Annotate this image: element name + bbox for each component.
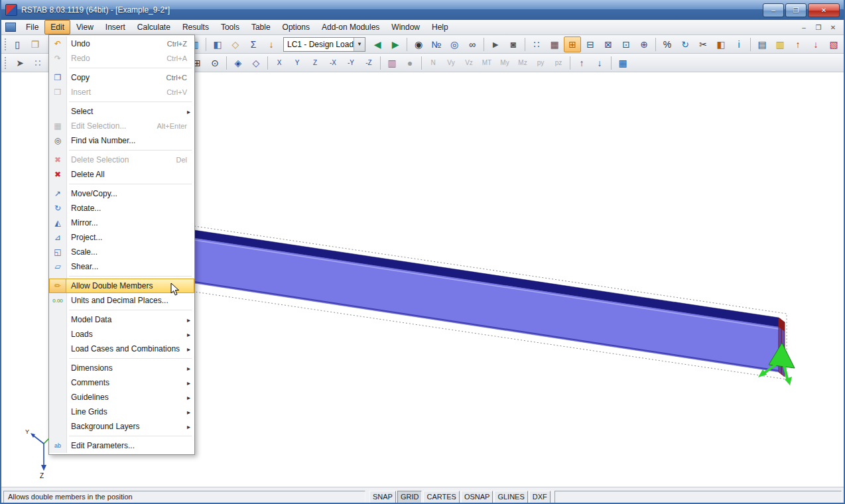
- export-table-icon[interactable]: ↓: [807, 36, 824, 52]
- chevron-down-icon[interactable]: ▼: [354, 38, 365, 51]
- menu-file[interactable]: File: [20, 20, 44, 34]
- calculate-all-icon[interactable]: Σ: [245, 36, 262, 52]
- mdi-minimize-button[interactable]: –: [799, 24, 809, 31]
- menu-item-undo[interactable]: ↶UndoCtrl+Z: [49, 36, 194, 51]
- snap-grid-icon[interactable]: ⊞: [564, 36, 581, 52]
- menu-item-scale[interactable]: ◱Scale...: [49, 245, 194, 259]
- results-moment-mz-icon[interactable]: Mz: [514, 55, 531, 71]
- project-navigator-icon[interactable]: ◧: [209, 36, 226, 52]
- toolbar-grip[interactable]: [5, 38, 6, 50]
- find-via-number-icon[interactable]: ◎: [446, 36, 463, 52]
- regenerate-model-icon[interactable]: ↻: [677, 36, 694, 52]
- menu-item-comments[interactable]: Comments▸: [49, 375, 194, 390]
- menu-item-line-grids[interactable]: Line Grids▸: [49, 405, 194, 419]
- section-cut-icon[interactable]: ✂: [694, 36, 712, 52]
- find-object-icon[interactable]: ◉: [410, 36, 427, 52]
- menu-calculate[interactable]: Calculate: [131, 20, 176, 34]
- grid-lines-icon[interactable]: ▦: [546, 36, 563, 52]
- menu-item-guidelines[interactable]: Guidelines▸: [49, 390, 194, 405]
- workplane-yz-icon[interactable]: ⊠: [600, 36, 617, 52]
- menu-item-dimensions[interactable]: Dimensions▸: [49, 361, 194, 375]
- results-shear-vy-icon[interactable]: Vy: [442, 55, 460, 71]
- next-member-icon[interactable]: ↓: [591, 55, 608, 71]
- new-model-icon[interactable]: ◇: [227, 36, 244, 52]
- show-tables-icon[interactable]: ▤: [753, 36, 771, 52]
- grid-points-icon[interactable]: ∷: [528, 36, 545, 52]
- view-z-icon[interactable]: Z: [306, 55, 324, 71]
- import-table-icon[interactable]: ↑: [789, 36, 807, 52]
- results-torsion-mt-icon[interactable]: MT: [478, 55, 495, 71]
- menu-item-model-data[interactable]: Model Data▸: [49, 312, 194, 327]
- zoom-all-icon[interactable]: ⊙: [206, 55, 224, 71]
- menu-table[interactable]: Table: [245, 20, 277, 34]
- menu-insert[interactable]: Insert: [99, 20, 131, 34]
- menu-window[interactable]: Window: [385, 20, 426, 34]
- document-icon[interactable]: [5, 23, 16, 32]
- print-tables-icon[interactable]: ▧: [825, 36, 842, 52]
- selection-mode-icon[interactable]: ∷: [29, 55, 46, 71]
- menu-help[interactable]: Help: [426, 20, 454, 34]
- minimize-button[interactable]: –: [763, 3, 784, 17]
- isometric-view-icon[interactable]: ◈: [229, 55, 247, 71]
- previous-load-case-icon[interactable]: ◀: [369, 36, 386, 52]
- view-minus-x-icon[interactable]: -X: [324, 55, 342, 71]
- move-grid-icon[interactable]: ⊕: [635, 36, 653, 52]
- info-icon[interactable]: i: [730, 36, 748, 52]
- previous-member-icon[interactable]: ↑: [573, 55, 590, 71]
- menu-options[interactable]: Options: [277, 20, 316, 34]
- menu-results[interactable]: Results: [176, 20, 215, 34]
- menu-edit[interactable]: Edit: [44, 20, 70, 34]
- results-load-py-icon[interactable]: py: [532, 55, 549, 71]
- menu-item-select[interactable]: Select▸: [49, 104, 194, 119]
- menu-addon-modules[interactable]: Add-on Modules: [316, 20, 385, 34]
- view-y-icon[interactable]: Y: [289, 55, 306, 71]
- toggle-snap[interactable]: SNAP: [369, 491, 396, 503]
- workplane-xy-icon[interactable]: ⊟: [582, 36, 599, 52]
- control-panel-icon[interactable]: ▦: [614, 55, 631, 71]
- mdi-close-button[interactable]: ✕: [828, 24, 838, 31]
- results-normal-force-icon[interactable]: N: [424, 55, 442, 71]
- mdi-restore-button[interactable]: ❐: [813, 24, 824, 31]
- menu-item-find-via-number[interactable]: ◎Find via Number...: [49, 133, 194, 148]
- next-load-case-icon[interactable]: ▶: [387, 36, 404, 52]
- camera-icon[interactable]: ◙: [505, 36, 522, 52]
- menu-item-rotate[interactable]: ↻Rotate...: [49, 201, 194, 216]
- perspective-view-icon[interactable]: ◇: [247, 55, 265, 71]
- menu-item-delete-selection[interactable]: ✖Delete SelectionDel: [49, 153, 194, 167]
- menu-item-move-copy[interactable]: ↗Move/Copy...: [49, 186, 194, 201]
- menu-item-loads[interactable]: Loads▸: [49, 327, 194, 342]
- results-moment-my-icon[interactable]: My: [496, 55, 513, 71]
- visibility-glasses-icon[interactable]: ∞: [464, 36, 481, 52]
- menu-item-delete-all[interactable]: ✖Delete All: [49, 167, 194, 182]
- results-load-pz-icon[interactable]: pz: [550, 55, 567, 71]
- view-minus-y-icon[interactable]: -Y: [342, 55, 359, 71]
- results-shear-vz-icon[interactable]: Vz: [460, 55, 478, 71]
- menu-item-edit-parameters[interactable]: abEdit Parameters...: [49, 438, 194, 453]
- display-properties-icon[interactable]: ▥: [383, 55, 401, 71]
- new-file-icon[interactable]: ▯: [9, 36, 26, 52]
- rendering-options-icon[interactable]: ●: [401, 55, 419, 71]
- percent-display-icon[interactable]: %: [659, 36, 676, 52]
- menu-item-load-cases-and-combinations[interactable]: Load Cases and Combinations▸: [49, 342, 194, 356]
- menu-item-shear[interactable]: ▱Shear...: [49, 259, 194, 274]
- toggle-grid[interactable]: GRID: [397, 491, 422, 503]
- measure-icon[interactable]: ◧: [712, 36, 730, 52]
- menu-item-redo[interactable]: ↷RedoCtrl+A: [49, 51, 194, 66]
- view-x-icon[interactable]: X: [271, 55, 288, 71]
- menu-item-mirror[interactable]: ◭Mirror...: [49, 216, 194, 230]
- toolbar-grip[interactable]: [5, 57, 9, 69]
- toggle-dxf[interactable]: DXF: [529, 491, 551, 503]
- load-case-select[interactable]: LC1 - Design Load ▼: [283, 37, 365, 52]
- close-button[interactable]: ✕: [808, 3, 840, 17]
- menu-item-edit-selection[interactable]: ▦Edit Selection...Alt+Enter: [49, 119, 194, 133]
- toggle-cartes[interactable]: CARTES: [423, 491, 459, 503]
- menu-tools[interactable]: Tools: [215, 20, 245, 34]
- maximize-button[interactable]: ❐: [785, 3, 807, 17]
- menu-item-project[interactable]: ⊿Project...: [49, 230, 194, 245]
- menu-item-background-layers[interactable]: Background Layers▸: [49, 419, 194, 434]
- selection-pointer-icon[interactable]: ➤: [11, 55, 29, 71]
- toggle-osnap[interactable]: OSNAP: [461, 491, 493, 503]
- show-numbering-icon[interactable]: №: [428, 36, 445, 52]
- menu-item-copy[interactable]: ❐CopyCtrl+C: [49, 70, 194, 85]
- open-file-icon[interactable]: ❐: [27, 36, 44, 52]
